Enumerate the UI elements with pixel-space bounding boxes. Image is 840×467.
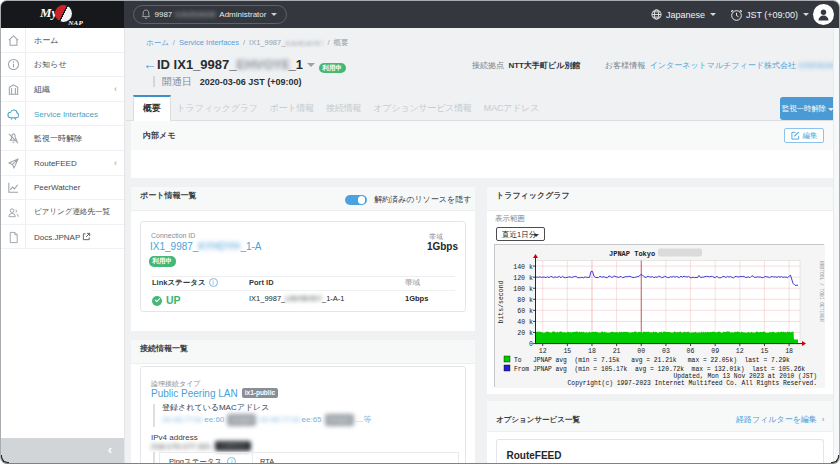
- svg-text:140 k: 140 k: [513, 264, 533, 271]
- svg-text:Copyright(c) 1997-2023 Interne: Copyright(c) 1997-2023 Internet Multifee…: [568, 380, 817, 387]
- svg-text:From JPNAP avg (min = 105.17k: From JPNAP avg (min = 105.17k avg = 120.…: [514, 366, 805, 373]
- svg-text:80 k: 80 k: [517, 297, 533, 304]
- svg-text:03: 03: [662, 348, 670, 355]
- svg-text:15: 15: [760, 348, 768, 355]
- svg-text:JPNAP Tokyo: JPNAP Tokyo: [609, 250, 655, 258]
- svg-text:00: 00: [637, 348, 645, 355]
- svg-text:60 k: 60 k: [517, 308, 533, 315]
- svg-text:06: 06: [687, 348, 695, 355]
- svg-text:40 k: 40 k: [517, 319, 533, 326]
- svg-text:bits/second: bits/second: [498, 280, 505, 323]
- svg-text:0: 0: [529, 341, 533, 348]
- svg-text:21: 21: [613, 348, 621, 355]
- svg-text:18: 18: [785, 348, 793, 355]
- svg-text:09: 09: [711, 348, 719, 355]
- svg-text:120 k: 120 k: [513, 275, 533, 282]
- svg-text:15: 15: [563, 348, 571, 355]
- svg-text:To JPNAP avg (min = 7.15k: To JPNAP avg (min = 7.15k avg = 21.21k m…: [514, 357, 790, 364]
- svg-text:RRDTOOL / TOBI OETIKER: RRDTOOL / TOBI OETIKER: [819, 261, 824, 322]
- svg-text:18: 18: [588, 348, 596, 355]
- svg-text:12: 12: [539, 348, 547, 355]
- svg-text:12: 12: [736, 348, 744, 355]
- svg-text:100 k: 100 k: [513, 286, 533, 293]
- svg-text:Updated, Mon 13 Nov 2023 at 20: Updated, Mon 13 Nov 2023 at 2010 (JST): [673, 373, 817, 380]
- svg-text:20 k: 20 k: [517, 330, 533, 337]
